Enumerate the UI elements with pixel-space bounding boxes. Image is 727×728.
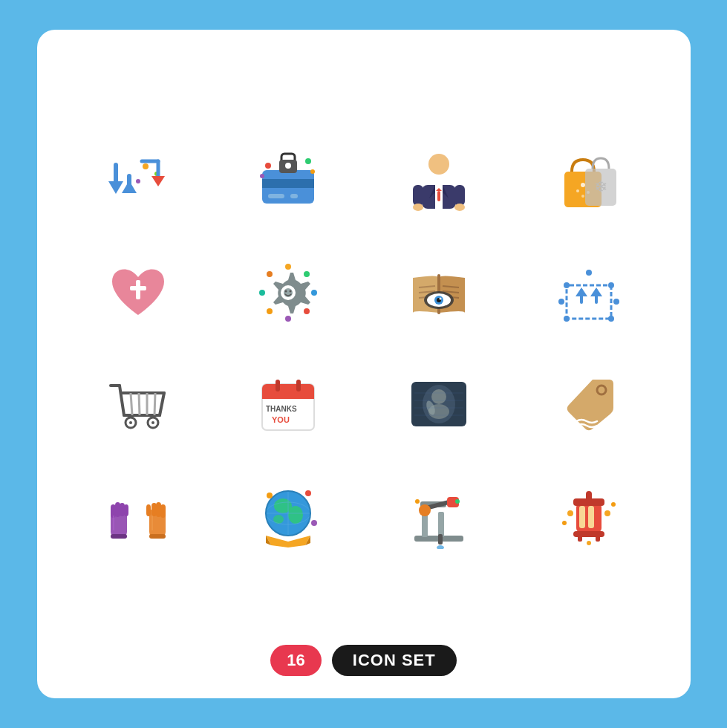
svg-rect-139	[438, 534, 443, 545]
svg-text:❄: ❄	[594, 178, 607, 196]
svg-point-33	[581, 183, 585, 187]
globe-icon	[217, 471, 360, 560]
svg-rect-94	[296, 380, 301, 391]
svg-line-85	[154, 393, 155, 415]
svg-point-129	[267, 493, 273, 498]
svg-point-130	[305, 490, 311, 496]
svg-line-82	[131, 393, 132, 415]
svg-rect-145	[586, 491, 592, 501]
svg-rect-134	[438, 512, 444, 537]
svg-point-75	[613, 299, 619, 305]
svg-point-138	[419, 504, 431, 516]
svg-point-155	[611, 502, 616, 507]
svg-point-42	[304, 271, 310, 277]
svg-point-72	[608, 316, 614, 322]
svg-point-140	[437, 545, 444, 549]
svg-point-20	[260, 174, 264, 178]
svg-point-74	[586, 270, 592, 276]
svg-point-16	[285, 163, 291, 169]
thanks-you-calendar-icon: THANKS YOU	[217, 360, 360, 449]
svg-rect-115	[156, 502, 161, 517]
svg-rect-150	[596, 536, 600, 542]
svg-point-47	[259, 290, 265, 296]
svg-rect-118	[149, 534, 166, 539]
svg-point-19	[310, 169, 315, 174]
svg-rect-29	[454, 185, 465, 206]
svg-line-78	[120, 386, 124, 415]
ultrasound-icon	[368, 360, 511, 449]
svg-point-154	[562, 521, 567, 525]
svg-rect-146	[573, 531, 604, 537]
svg-point-4	[143, 163, 149, 169]
svg-point-45	[285, 316, 291, 322]
svg-text:YOU: YOU	[272, 415, 290, 424]
svg-point-152	[604, 510, 610, 516]
svg-point-31	[454, 204, 465, 211]
svg-point-6	[136, 179, 140, 183]
svg-point-17	[265, 163, 271, 169]
svg-point-41	[285, 264, 291, 270]
businessman-icon	[368, 137, 511, 226]
svg-point-88	[129, 421, 132, 424]
svg-rect-12	[268, 194, 284, 198]
lantern-icon	[518, 471, 661, 560]
svg-marker-3	[122, 181, 137, 193]
svg-point-71	[608, 282, 614, 288]
svg-point-99	[431, 389, 446, 404]
oil-pump-icon	[368, 471, 511, 560]
svg-point-48	[267, 271, 273, 277]
svg-point-52	[290, 290, 292, 293]
cart-icon	[67, 360, 210, 449]
svg-point-46	[267, 308, 273, 314]
main-card: ❄	[37, 30, 691, 698]
svg-rect-11	[262, 179, 314, 188]
svg-rect-25	[437, 191, 440, 201]
svg-line-83	[139, 393, 140, 415]
icon-count-badge: 16	[270, 645, 321, 676]
svg-rect-116	[151, 503, 157, 516]
svg-point-151	[567, 510, 573, 516]
svg-rect-65	[567, 285, 611, 319]
price-tag-icon	[518, 360, 661, 449]
shopping-bag-icon: ❄	[518, 137, 661, 226]
svg-point-76	[558, 299, 564, 305]
svg-rect-149	[578, 536, 582, 542]
svg-point-34	[576, 189, 579, 192]
svg-rect-147	[579, 506, 585, 528]
svg-point-123	[288, 506, 303, 524]
footer: 16 ICON SET	[270, 645, 456, 676]
svg-point-44	[304, 308, 310, 314]
svg-point-64	[439, 298, 441, 300]
svg-marker-9	[151, 176, 165, 186]
icon-set-label: ICON SET	[332, 645, 457, 676]
secure-payment-icon	[217, 137, 360, 226]
svg-point-36	[581, 195, 584, 198]
svg-marker-69	[590, 287, 602, 296]
svg-point-89	[151, 421, 154, 424]
svg-rect-93	[276, 380, 280, 391]
svg-rect-40	[130, 286, 146, 290]
svg-rect-148	[588, 506, 594, 528]
svg-rect-112	[111, 534, 127, 539]
svg-text:THANKS: THANKS	[266, 405, 297, 413]
icons-grid: ❄	[67, 59, 661, 637]
hands-icon	[67, 471, 210, 560]
svg-point-131	[311, 520, 317, 526]
sort-icon	[67, 137, 210, 226]
svg-point-30	[413, 204, 423, 211]
svg-marker-67	[576, 287, 587, 296]
svg-line-80	[160, 393, 164, 415]
svg-point-51	[285, 290, 287, 293]
svg-rect-92	[262, 393, 314, 399]
read-icon	[368, 248, 511, 337]
svg-rect-114	[160, 504, 166, 518]
svg-rect-109	[115, 502, 120, 517]
svg-point-73	[564, 316, 570, 322]
svg-point-153	[587, 541, 591, 545]
svg-point-70	[564, 282, 570, 288]
svg-rect-13	[290, 194, 298, 198]
svg-marker-1	[108, 181, 123, 194]
svg-rect-117	[146, 504, 151, 516]
svg-rect-110	[120, 503, 125, 516]
upload-icon	[518, 248, 661, 337]
